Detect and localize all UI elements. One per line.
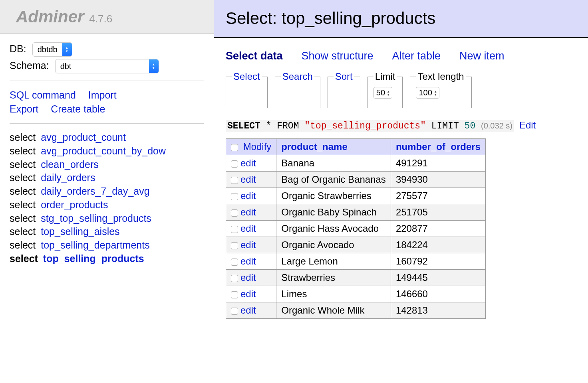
textlen-input[interactable]: 100 ▴▾	[416, 87, 439, 99]
select-all-checkbox[interactable]	[231, 144, 238, 151]
table-list-prefix[interactable]: select	[10, 253, 38, 264]
table-list-item: select order_products	[10, 198, 204, 212]
export-link[interactable]: Export	[10, 102, 38, 116]
row-checkbox[interactable]	[231, 275, 238, 282]
cell-product-name: Organic Baby Spinach	[276, 204, 391, 221]
table-link[interactable]: avg_product_count_by_dow	[41, 145, 166, 156]
table-link[interactable]: clean_orders	[41, 159, 99, 170]
db-label: DB:	[10, 43, 26, 54]
tab-select-data[interactable]: Select data	[226, 50, 283, 62]
schema-select[interactable]: dbt ▴▾	[55, 59, 159, 73]
stepper-icon[interactable]: ▴▾	[435, 90, 437, 96]
table-link[interactable]: top_selling_aisles	[41, 226, 119, 237]
table-list-prefix[interactable]: select	[10, 199, 36, 210]
cell-product-name: Banana	[276, 155, 391, 172]
col-product-name[interactable]: product_name	[281, 141, 347, 152]
stepper-icon[interactable]: ▴▾	[387, 90, 389, 96]
sql-command-link[interactable]: SQL command	[10, 88, 76, 102]
row-edit-link[interactable]: edit	[240, 305, 256, 316]
schema-label: Schema:	[10, 60, 49, 71]
table-list-prefix[interactable]: select	[10, 159, 36, 170]
updown-icon: ▴▾	[149, 59, 159, 73]
row-edit-cell: edit	[226, 221, 276, 237]
row-checkbox[interactable]	[231, 193, 238, 200]
table-list-prefix[interactable]: select	[10, 213, 36, 224]
table-list-item: select top_selling_departments	[10, 239, 204, 252]
table-link[interactable]: daily_orders	[41, 172, 95, 183]
fieldset-limit: Limit 50 ▴▾	[368, 71, 403, 108]
fieldset-search-legend[interactable]: Search	[282, 71, 313, 82]
row-edit-link[interactable]: edit	[240, 207, 256, 217]
table-row: editStrawberries149445	[226, 270, 486, 286]
db-select[interactable]: dbtdb ▴▾	[32, 42, 72, 57]
cell-number-of-orders: 184224	[391, 237, 485, 253]
table-link[interactable]: avg_product_count	[41, 132, 126, 143]
row-checkbox[interactable]	[231, 209, 238, 217]
cell-number-of-orders: 275577	[391, 188, 485, 204]
row-edit-cell: edit	[226, 286, 276, 302]
modify-link[interactable]: Modify	[243, 141, 272, 152]
row-edit-link[interactable]: edit	[240, 158, 256, 168]
row-checkbox[interactable]	[231, 160, 238, 168]
main: Select: top_selling_products Select data…	[214, 0, 588, 331]
cell-number-of-orders: 149445	[391, 270, 485, 286]
row-edit-cell: edit	[226, 302, 276, 319]
row-edit-cell: edit	[226, 155, 276, 172]
row-edit-cell: edit	[226, 188, 276, 204]
table-link[interactable]: top_selling_products	[43, 253, 144, 264]
edit-sql-link[interactable]: Edit	[519, 120, 536, 130]
tab-show-structure[interactable]: Show structure	[302, 50, 373, 62]
table-list-item: select avg_product_count_by_dow	[10, 144, 204, 158]
row-edit-link[interactable]: edit	[240, 288, 256, 299]
row-edit-cell: edit	[226, 204, 276, 221]
table-list-prefix[interactable]: select	[10, 145, 36, 156]
table-link[interactable]: stg_top_selling_products	[41, 213, 151, 224]
table-list-item: select clean_orders	[10, 158, 204, 172]
table-list-prefix[interactable]: select	[10, 239, 36, 251]
create-table-link[interactable]: Create table	[51, 102, 105, 116]
col-number-of-orders[interactable]: number_of_orders	[396, 141, 481, 152]
fieldset-sort[interactable]: Sort	[328, 71, 360, 108]
row-edit-link[interactable]: edit	[240, 256, 256, 267]
table-link[interactable]: order_products	[41, 199, 108, 210]
row-checkbox[interactable]	[231, 259, 238, 266]
limit-input[interactable]: 50 ▴▾	[373, 87, 392, 99]
table-link[interactable]: daily_orders_7_day_avg	[41, 186, 149, 197]
fieldset-select[interactable]: Select	[226, 71, 268, 108]
table-row: editBanana491291	[226, 155, 486, 172]
cell-number-of-orders: 146660	[391, 286, 485, 302]
table-list-prefix[interactable]: select	[10, 172, 36, 183]
sql-query: SELECT * FROM "top_selling_products" LIM…	[226, 120, 514, 132]
fieldset-search[interactable]: Search	[275, 71, 320, 108]
logo-bar: Adminer 4.7.6	[0, 0, 214, 34]
row-edit-link[interactable]: edit	[240, 239, 256, 250]
row-edit-link[interactable]: edit	[240, 272, 256, 283]
cell-product-name: Organic Whole Milk	[276, 302, 391, 319]
row-edit-link[interactable]: edit	[240, 174, 256, 185]
cell-product-name: Organic Avocado	[276, 237, 391, 253]
row-edit-link[interactable]: edit	[240, 190, 256, 201]
row-checkbox[interactable]	[231, 291, 238, 298]
row-checkbox[interactable]	[231, 226, 238, 233]
table-list-prefix[interactable]: select	[10, 132, 36, 143]
table-list-prefix[interactable]: select	[10, 226, 36, 237]
table-list-prefix[interactable]: select	[10, 186, 36, 197]
row-checkbox[interactable]	[231, 308, 238, 315]
cell-number-of-orders: 394930	[391, 172, 485, 188]
tab-new-item[interactable]: New item	[459, 50, 505, 62]
cell-product-name: Bag of Organic Bananas	[276, 172, 391, 188]
row-checkbox[interactable]	[231, 177, 238, 184]
table-link[interactable]: top_selling_departments	[41, 239, 149, 251]
page-title: Select: top_selling_products	[226, 9, 588, 28]
import-link[interactable]: Import	[88, 88, 117, 102]
row-edit-link[interactable]: edit	[240, 223, 256, 234]
row-checkbox[interactable]	[231, 242, 238, 249]
cell-number-of-orders: 491291	[391, 155, 485, 172]
row-edit-cell: edit	[226, 172, 276, 188]
main-header: Select: top_selling_products	[214, 0, 588, 38]
fieldset-sort-legend[interactable]: Sort	[335, 71, 353, 82]
tab-alter-table[interactable]: Alter table	[392, 50, 441, 62]
fieldset-select-legend[interactable]: Select	[233, 71, 260, 82]
table-list-item: select top_selling_aisles	[10, 225, 204, 239]
table-row: editOrganic Strawberries275577	[226, 188, 486, 204]
